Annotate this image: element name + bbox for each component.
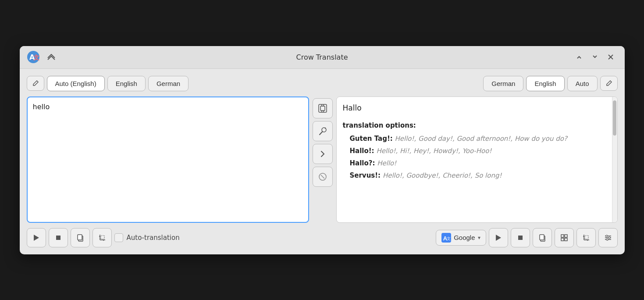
svg-rect-24 [101,236,104,239]
close-button[interactable] [604,50,618,64]
app-window: A 文 Crow Translate [20,46,625,254]
output-text-panel: Hallo translation options: Guten Tag!: H… [336,96,618,223]
svg-marker-16 [34,235,39,241]
list-item: Hallo?: Hello! [343,158,606,168]
svg-rect-6 [320,106,325,111]
svg-rect-31 [540,235,544,240]
source-text-panel: hello [27,96,309,223]
svg-line-15 [321,175,324,179]
svg-rect-19 [78,235,82,240]
bottom-action-bar: Auto-translation A 文 Google ▾ [27,228,618,247]
source-copy-button[interactable] [71,228,90,247]
titlebar: A 文 Crow Translate [20,46,625,69]
output-scrollbar[interactable] [612,97,617,222]
svg-text:文: 文 [33,54,39,61]
target-edit-button[interactable] [600,76,618,91]
svg-rect-40 [585,236,588,239]
options-label: translation options: [343,120,606,131]
source-edit-button[interactable] [27,76,44,91]
clear-button[interactable] [313,167,333,187]
target-play-button[interactable] [489,228,508,247]
target-grid-button[interactable] [555,228,574,247]
source-lang-auto-button[interactable]: Auto (English) [47,76,105,91]
svg-rect-35 [565,238,567,241]
collapse-button[interactable] [44,50,58,64]
option-word: Hallo?: [350,159,375,167]
svg-point-45 [608,237,610,239]
google-translate-icon: A 文 [441,233,451,243]
target-action-buttons: A 文 Google ▾ [436,228,617,247]
minimize-button[interactable] [572,50,586,64]
target-copy-button[interactable] [533,228,552,247]
option-alts: Hello! [377,159,396,167]
engine-dropdown-icon: ▾ [478,235,480,241]
titlebar-controls [572,50,618,64]
source-action-buttons: Auto-translation [27,228,180,247]
svg-rect-33 [565,235,567,237]
auto-translation-checkbox[interactable] [114,233,123,242]
list-item: Hallo!: Hello!, Hi!, Hey!, Howdy!, Yoo-H… [343,146,606,156]
svg-rect-17 [56,236,60,240]
list-item: Servus!: Hello!, Goodbye!, Cheerio!, So … [343,170,606,181]
source-lang-german-button[interactable]: German [148,76,189,91]
svg-rect-32 [561,235,564,237]
engine-name: Google [454,234,475,241]
source-stop-button[interactable] [49,228,68,247]
svg-marker-28 [496,235,501,241]
scrollbar-thumb [613,100,616,136]
option-word: Servus!: [350,171,381,179]
target-crop-button[interactable] [576,228,596,247]
main-content: Auto (English) English German German Eng… [20,69,625,254]
main-translation: Hallo [343,102,606,114]
source-text-input[interactable]: hello [28,97,308,220]
window-title: Crow Translate [296,53,348,61]
svg-rect-29 [518,236,523,240]
translate-arrow-button[interactable] [313,144,333,164]
auto-translation-label: Auto-translation [127,234,180,242]
magic-button[interactable] [313,121,333,141]
svg-text:文: 文 [447,236,451,240]
source-lang-bar: Auto (English) English German [27,76,189,91]
output-content: Hallo translation options: Guten Tag!: H… [337,97,612,222]
translation-panels: hello [27,96,618,223]
option-alts: Hello!, Good day!, Good afternoon!, How … [395,135,567,143]
svg-point-46 [606,239,608,240]
target-stop-button[interactable] [511,228,530,247]
svg-point-44 [606,235,608,237]
option-alts: Hello!, Hi!, Hey!, Howdy!, Yoo-Hoo! [376,147,491,155]
target-lang-english-button[interactable]: English [526,76,564,91]
language-bar: Auto (English) English German German Eng… [27,76,618,91]
option-word: Guten Tag!: [350,135,393,143]
translation-options-section: translation options: Guten Tag!: Hello!,… [343,120,606,181]
auto-translation-toggle[interactable]: Auto-translation [114,233,180,242]
titlebar-left: A 文 [27,50,58,64]
middle-action-buttons [309,96,336,223]
svg-rect-5 [319,104,327,112]
target-lang-auto-button[interactable]: Auto [567,76,598,91]
engine-selector-button[interactable]: A 文 Google ▾ [436,230,486,246]
target-lang-bar: German English Auto [483,76,617,91]
target-lang-german-button[interactable]: German [483,76,523,91]
option-alts: Hello!, Goodbye!, Cheerio!, So long! [383,171,502,179]
source-play-button[interactable] [27,228,46,247]
svg-rect-34 [561,238,564,241]
source-lang-english-button[interactable]: English [107,76,146,91]
app-icon: A 文 [27,50,40,64]
option-word: Hallo!: [350,147,374,155]
source-crop-button[interactable] [93,228,112,247]
maximize-button[interactable] [588,50,602,64]
ocr-button[interactable] [313,98,333,118]
target-settings-button[interactable] [598,228,618,247]
list-item: Guten Tag!: Hello!, Good day!, Good afte… [343,133,606,144]
svg-line-12 [320,132,323,135]
